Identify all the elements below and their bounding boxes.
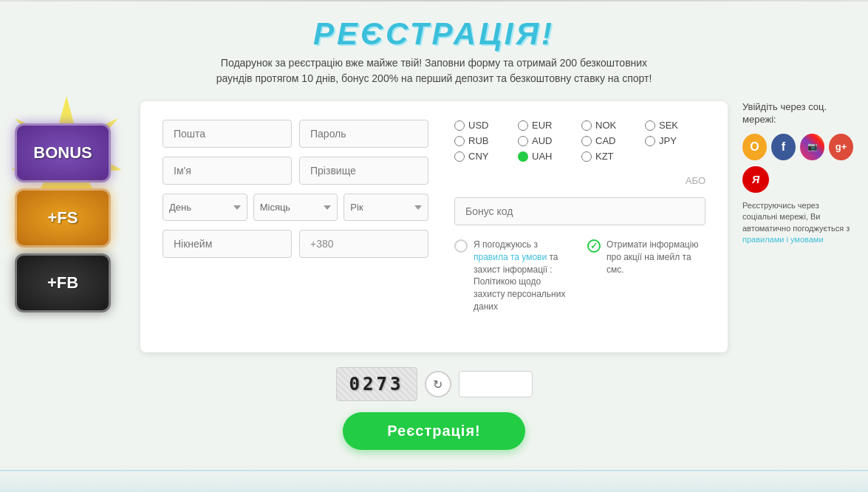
checkboxes-area: Я погоджуюсь з правила та умови та захис…: [454, 239, 705, 313]
bottom-wave-decoration: [0, 470, 868, 492]
currency-cny[interactable]: CNY: [454, 151, 515, 162]
fs-label: +FS: [48, 208, 78, 228]
currency-rub[interactable]: RUB: [454, 135, 515, 146]
currency-cad-label: CAD: [595, 135, 615, 146]
currency-eur[interactable]: EUR: [518, 120, 578, 131]
bonus-code-input[interactable]: [454, 197, 705, 225]
page-title: РЕЄСТРАЦІЯ!: [0, 16, 868, 52]
currency-cad[interactable]: CAD: [581, 135, 642, 146]
subtitle-text: Подарунок за реєстрацію вже майже твій! …: [198, 55, 671, 86]
top-divider: [0, 0, 868, 1]
nickname-input[interactable]: [163, 230, 292, 258]
currency-cny-label: CNY: [468, 151, 488, 162]
currency-kzt[interactable]: KZT: [581, 151, 642, 162]
page-wrapper: РЕЄСТРАЦІЯ! Подарунок за реєстрацію вже …: [0, 0, 868, 492]
register-button[interactable]: Реєстрація!: [343, 412, 524, 450]
phone-input[interactable]: [299, 230, 428, 258]
social-ok-button[interactable]: О: [742, 134, 767, 160]
currency-uah[interactable]: UAH: [518, 151, 578, 162]
bonus-label: BONUS: [33, 143, 92, 163]
registration-form: День Місяць Рік: [140, 101, 728, 352]
notification-checkbox[interactable]: [587, 239, 601, 253]
currency-sek[interactable]: SEK: [645, 120, 705, 131]
bottom-section: 0273 ↻ Реєстрація!: [0, 352, 868, 461]
currency-jpy[interactable]: JPY: [645, 135, 705, 146]
currency-sek-label: SEK: [659, 120, 678, 131]
nickname-phone-row: [163, 230, 428, 258]
password-input[interactable]: [299, 120, 428, 148]
currency-usd[interactable]: USD: [454, 120, 515, 131]
captcha-text: 0273: [349, 374, 404, 394]
fs-badge: +FS: [15, 188, 111, 247]
notification-checkbox-item: Отримати інформацію про акції на імейл т…: [587, 239, 705, 276]
currency-rub-label: RUB: [468, 135, 488, 146]
social-terms-link[interactable]: правилами і умовами: [742, 235, 824, 244]
captcha-input[interactable]: [459, 371, 533, 397]
title-section: РЕЄСТРАЦІЯ!: [0, 9, 868, 55]
captcha-refresh-button[interactable]: ↻: [425, 371, 451, 397]
social-ya-button[interactable]: Я: [742, 166, 769, 193]
last-name-input[interactable]: [299, 157, 428, 185]
social-fb-button[interactable]: f: [771, 134, 796, 160]
social-ig-button[interactable]: 📷: [800, 134, 824, 160]
currency-aud[interactable]: AUD: [518, 135, 578, 146]
fb-label: +FB: [47, 273, 78, 293]
day-select[interactable]: День: [163, 194, 247, 221]
currency-nok-label: NOK: [595, 120, 616, 131]
agreement-text: Я погоджуюсь з правила та умови та захис…: [474, 239, 573, 313]
badges-container: BONUS +FS +FB: [15, 101, 111, 312]
abo-label: АБО: [454, 175, 705, 186]
currency-uah-label: UAH: [532, 151, 552, 162]
social-gp-button[interactable]: g+: [829, 134, 853, 160]
currency-grid: USD EUR NOK: [454, 120, 705, 162]
currency-nok[interactable]: NOK: [581, 120, 642, 131]
captcha-row: 0273 ↻: [336, 367, 533, 401]
social-note: Реєструючись через соціальні мережі, Ви …: [742, 200, 853, 246]
currency-usd-label: USD: [468, 120, 488, 131]
email-input[interactable]: [163, 120, 292, 148]
year-select[interactable]: Рік: [344, 194, 428, 221]
currency-jpy-label: JPY: [659, 135, 677, 146]
first-name-input[interactable]: [163, 157, 292, 185]
captcha-image: 0273: [336, 367, 417, 401]
uah-radio-indicator: [518, 151, 528, 162]
date-row: День Місяць Рік: [163, 194, 428, 221]
form-left-col: День Місяць Рік: [163, 120, 428, 313]
terms-link[interactable]: правила та умови: [474, 252, 547, 262]
social-icons-row-2: Я: [742, 166, 853, 193]
social-area: Увійдіть через соц. мережі: О f 📷 g+ Я Р…: [735, 101, 853, 352]
agreement-checkbox[interactable]: [454, 239, 468, 253]
refresh-icon: ↻: [433, 377, 442, 392]
month-select[interactable]: Місяць: [253, 194, 338, 221]
name-row: [163, 157, 428, 185]
main-content: BONUS +FS +FB: [0, 101, 868, 352]
currency-eur-label: EUR: [532, 120, 552, 131]
currency-kzt-label: KZT: [595, 151, 614, 162]
currency-aud-label: AUD: [532, 135, 552, 146]
notification-text: Отримати інформацію про акції на імейл т…: [606, 239, 705, 276]
form-right-col: USD EUR NOK: [440, 120, 705, 313]
form-grid: День Місяць Рік: [163, 120, 705, 313]
fb-badge: +FB: [15, 253, 111, 312]
bonus-badge: BONUS: [15, 123, 111, 182]
agreement-checkbox-item: Я погоджуюсь з правила та умови та захис…: [454, 239, 573, 313]
social-label: Увійдіть через соц. мережі:: [742, 101, 853, 126]
email-password-row: [163, 120, 428, 148]
social-icons-row: О f 📷 g+: [742, 134, 853, 160]
